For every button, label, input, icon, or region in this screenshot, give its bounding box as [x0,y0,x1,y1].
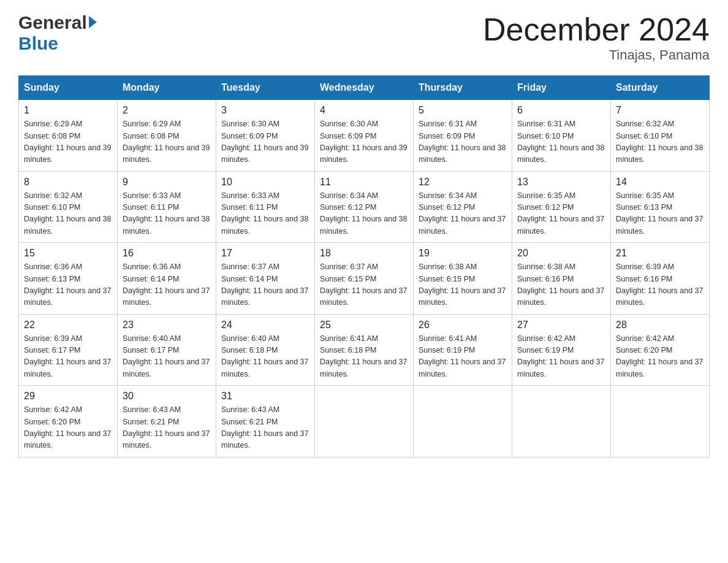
day-info: Sunrise: 6:32 AMSunset: 6:10 PMDaylight:… [616,118,704,166]
col-saturday: Saturday [611,76,710,100]
calendar-week-row: 8Sunrise: 6:32 AMSunset: 6:10 PMDaylight… [19,171,710,243]
day-info: Sunrise: 6:42 AMSunset: 6:20 PMDaylight:… [616,333,704,381]
day-number: 19 [419,248,507,259]
table-row: 21Sunrise: 6:39 AMSunset: 6:16 PMDayligh… [611,243,710,315]
day-number: 8 [24,177,112,188]
day-info: Sunrise: 6:37 AMSunset: 6:15 PMDaylight:… [320,261,408,309]
table-row: 12Sunrise: 6:34 AMSunset: 6:12 PMDayligh… [414,171,512,243]
day-number: 18 [320,248,408,259]
logo: General Blue [18,12,97,54]
month-title: December 2024 [483,12,710,47]
day-number: 21 [616,248,704,259]
table-row: 10Sunrise: 6:33 AMSunset: 6:11 PMDayligh… [216,171,315,243]
day-number: 13 [517,177,605,188]
table-row: 31Sunrise: 6:43 AMSunset: 6:21 PMDayligh… [216,386,315,458]
col-monday: Monday [118,76,216,100]
table-row: 26Sunrise: 6:41 AMSunset: 6:19 PMDayligh… [414,314,512,386]
day-info: Sunrise: 6:31 AMSunset: 6:09 PMDaylight:… [419,118,507,166]
day-info: Sunrise: 6:33 AMSunset: 6:11 PMDaylight:… [221,190,309,238]
calendar-week-row: 1Sunrise: 6:29 AMSunset: 6:08 PMDaylight… [19,100,710,172]
day-info: Sunrise: 6:39 AMSunset: 6:17 PMDaylight:… [24,333,112,381]
table-row: 18Sunrise: 6:37 AMSunset: 6:15 PMDayligh… [315,243,414,315]
day-info: Sunrise: 6:42 AMSunset: 6:20 PMDaylight:… [24,404,112,452]
day-info: Sunrise: 6:34 AMSunset: 6:12 PMDaylight:… [320,190,408,238]
day-number: 28 [616,320,704,331]
title-block: December 2024 Tinajas, Panama [483,12,710,63]
calendar-table: Sunday Monday Tuesday Wednesday Thursday… [18,75,710,458]
day-info: Sunrise: 6:42 AMSunset: 6:19 PMDaylight:… [517,333,605,381]
table-row: 9Sunrise: 6:33 AMSunset: 6:11 PMDaylight… [118,171,216,243]
day-info: Sunrise: 6:30 AMSunset: 6:09 PMDaylight:… [221,118,309,166]
calendar-week-row: 29Sunrise: 6:42 AMSunset: 6:20 PMDayligh… [19,386,710,458]
day-number: 29 [24,391,112,402]
table-row: 29Sunrise: 6:42 AMSunset: 6:20 PMDayligh… [19,386,118,458]
day-number: 22 [24,320,112,331]
day-number: 25 [320,320,408,331]
calendar-week-row: 15Sunrise: 6:36 AMSunset: 6:13 PMDayligh… [19,243,710,315]
day-number: 1 [24,105,112,116]
day-number: 26 [419,320,507,331]
logo-general-text: General [18,12,87,33]
table-row: 5Sunrise: 6:31 AMSunset: 6:09 PMDaylight… [414,100,512,172]
day-number: 12 [419,177,507,188]
col-friday: Friday [512,76,611,100]
day-info: Sunrise: 6:31 AMSunset: 6:10 PMDaylight:… [517,118,605,166]
table-row: 28Sunrise: 6:42 AMSunset: 6:20 PMDayligh… [611,314,710,386]
table-row: 19Sunrise: 6:38 AMSunset: 6:15 PMDayligh… [414,243,512,315]
table-row: 7Sunrise: 6:32 AMSunset: 6:10 PMDaylight… [611,100,710,172]
day-number: 23 [123,320,211,331]
day-number: 16 [123,248,211,259]
day-number: 7 [616,105,704,116]
day-info: Sunrise: 6:35 AMSunset: 6:12 PMDaylight:… [517,190,605,238]
calendar-week-row: 22Sunrise: 6:39 AMSunset: 6:17 PMDayligh… [19,314,710,386]
table-row: 2Sunrise: 6:29 AMSunset: 6:08 PMDaylight… [118,100,216,172]
page-header: General Blue December 2024 Tinajas, Pana… [18,12,710,63]
day-number: 31 [221,391,309,402]
table-row: 24Sunrise: 6:40 AMSunset: 6:18 PMDayligh… [216,314,315,386]
table-row: 14Sunrise: 6:35 AMSunset: 6:13 PMDayligh… [611,171,710,243]
table-row: 13Sunrise: 6:35 AMSunset: 6:12 PMDayligh… [512,171,611,243]
col-wednesday: Wednesday [315,76,414,100]
day-info: Sunrise: 6:41 AMSunset: 6:18 PMDaylight:… [320,333,408,381]
day-number: 10 [221,177,309,188]
location-text: Tinajas, Panama [483,47,710,63]
col-tuesday: Tuesday [216,76,315,100]
day-number: 3 [221,105,309,116]
table-row: 8Sunrise: 6:32 AMSunset: 6:10 PMDaylight… [19,171,118,243]
table-row: 1Sunrise: 6:29 AMSunset: 6:08 PMDaylight… [19,100,118,172]
day-number: 14 [616,177,704,188]
day-info: Sunrise: 6:37 AMSunset: 6:14 PMDaylight:… [221,261,309,309]
day-number: 9 [123,177,211,188]
logo-blue-text: Blue [18,33,58,54]
day-info: Sunrise: 6:32 AMSunset: 6:10 PMDaylight:… [24,190,112,238]
day-info: Sunrise: 6:29 AMSunset: 6:08 PMDaylight:… [123,118,211,166]
calendar-header-row: Sunday Monday Tuesday Wednesday Thursday… [19,76,710,100]
day-info: Sunrise: 6:43 AMSunset: 6:21 PMDaylight:… [221,404,309,452]
col-thursday: Thursday [414,76,512,100]
day-info: Sunrise: 6:38 AMSunset: 6:15 PMDaylight:… [419,261,507,309]
table-row: 11Sunrise: 6:34 AMSunset: 6:12 PMDayligh… [315,171,414,243]
table-row: 16Sunrise: 6:36 AMSunset: 6:14 PMDayligh… [118,243,216,315]
day-info: Sunrise: 6:30 AMSunset: 6:09 PMDaylight:… [320,118,408,166]
day-number: 5 [419,105,507,116]
day-info: Sunrise: 6:35 AMSunset: 6:13 PMDaylight:… [616,190,704,238]
day-number: 30 [123,391,211,402]
table-row: 22Sunrise: 6:39 AMSunset: 6:17 PMDayligh… [19,314,118,386]
day-number: 17 [221,248,309,259]
table-row [414,386,512,458]
day-info: Sunrise: 6:36 AMSunset: 6:13 PMDaylight:… [24,261,112,309]
day-info: Sunrise: 6:40 AMSunset: 6:18 PMDaylight:… [221,333,309,381]
table-row: 15Sunrise: 6:36 AMSunset: 6:13 PMDayligh… [19,243,118,315]
table-row [512,386,611,458]
table-row [315,386,414,458]
day-number: 11 [320,177,408,188]
day-number: 27 [517,320,605,331]
day-info: Sunrise: 6:36 AMSunset: 6:14 PMDaylight:… [123,261,211,309]
day-number: 6 [517,105,605,116]
day-number: 2 [123,105,211,116]
logo-arrow-icon [89,16,97,28]
table-row: 20Sunrise: 6:38 AMSunset: 6:16 PMDayligh… [512,243,611,315]
table-row: 17Sunrise: 6:37 AMSunset: 6:14 PMDayligh… [216,243,315,315]
col-sunday: Sunday [19,76,118,100]
table-row [611,386,710,458]
